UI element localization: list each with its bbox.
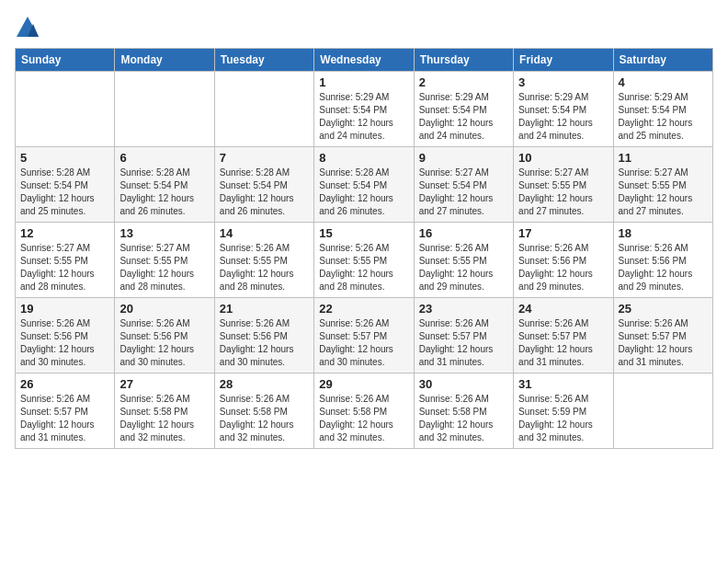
calendar-cell: 30Sunrise: 5:26 AM Sunset: 5:58 PM Dayli… xyxy=(414,373,513,449)
day-info: Sunrise: 5:26 AM Sunset: 5:56 PM Dayligh… xyxy=(518,242,608,293)
calendar-week-row: 19Sunrise: 5:26 AM Sunset: 5:56 PM Dayli… xyxy=(16,298,713,373)
logo xyxy=(15,15,44,40)
calendar-cell: 26Sunrise: 5:26 AM Sunset: 5:57 PM Dayli… xyxy=(16,373,115,449)
day-number: 21 xyxy=(220,302,309,316)
calendar-cell: 17Sunrise: 5:26 AM Sunset: 5:56 PM Dayli… xyxy=(514,223,613,298)
day-number: 22 xyxy=(319,302,408,316)
day-number: 13 xyxy=(119,226,209,240)
day-info: Sunrise: 5:26 AM Sunset: 5:59 PM Dayligh… xyxy=(518,393,608,444)
day-info: Sunrise: 5:26 AM Sunset: 5:55 PM Dayligh… xyxy=(319,242,408,293)
day-info: Sunrise: 5:28 AM Sunset: 5:54 PM Dayligh… xyxy=(119,167,209,218)
day-number: 10 xyxy=(518,151,608,165)
day-info: Sunrise: 5:26 AM Sunset: 5:55 PM Dayligh… xyxy=(220,242,309,293)
calendar-cell: 8Sunrise: 5:28 AM Sunset: 5:54 PM Daylig… xyxy=(314,147,414,223)
calendar-cell xyxy=(613,373,712,449)
calendar-cell xyxy=(16,72,115,147)
weekday-header-row: SundayMondayTuesdayWednesdayThursdayFrid… xyxy=(16,49,713,72)
day-info: Sunrise: 5:26 AM Sunset: 5:57 PM Dayligh… xyxy=(319,317,408,369)
day-number: 15 xyxy=(319,226,408,240)
day-number: 19 xyxy=(20,302,109,316)
day-info: Sunrise: 5:29 AM Sunset: 5:54 PM Dayligh… xyxy=(319,91,408,143)
day-number: 27 xyxy=(119,377,209,391)
day-number: 26 xyxy=(20,377,109,391)
weekday-header-sunday: Sunday xyxy=(16,49,115,72)
day-number: 2 xyxy=(419,75,508,89)
calendar-cell: 5Sunrise: 5:28 AM Sunset: 5:54 PM Daylig… xyxy=(16,147,115,223)
weekday-header-tuesday: Tuesday xyxy=(214,49,313,72)
day-info: Sunrise: 5:28 AM Sunset: 5:54 PM Dayligh… xyxy=(220,167,309,218)
day-number: 16 xyxy=(419,226,508,240)
calendar-cell: 28Sunrise: 5:26 AM Sunset: 5:58 PM Dayli… xyxy=(214,373,313,449)
day-number: 30 xyxy=(419,377,508,391)
day-number: 7 xyxy=(220,151,309,165)
calendar-cell: 12Sunrise: 5:27 AM Sunset: 5:55 PM Dayli… xyxy=(16,223,115,298)
day-info: Sunrise: 5:26 AM Sunset: 5:56 PM Dayligh… xyxy=(220,317,309,369)
calendar-week-row: 12Sunrise: 5:27 AM Sunset: 5:55 PM Dayli… xyxy=(16,223,713,298)
weekday-header-friday: Friday xyxy=(514,49,613,72)
calendar-cell xyxy=(214,72,313,147)
weekday-header-monday: Monday xyxy=(115,49,214,72)
day-number: 1 xyxy=(319,75,408,89)
calendar-cell xyxy=(115,72,214,147)
day-info: Sunrise: 5:26 AM Sunset: 5:56 PM Dayligh… xyxy=(119,317,209,369)
calendar-cell: 9Sunrise: 5:27 AM Sunset: 5:54 PM Daylig… xyxy=(414,147,513,223)
weekday-header-saturday: Saturday xyxy=(613,49,712,72)
day-number: 17 xyxy=(518,226,608,240)
day-info: Sunrise: 5:28 AM Sunset: 5:54 PM Dayligh… xyxy=(319,167,408,218)
calendar-cell: 27Sunrise: 5:26 AM Sunset: 5:58 PM Dayli… xyxy=(115,373,214,449)
day-number: 8 xyxy=(319,151,408,165)
day-number: 9 xyxy=(419,151,508,165)
day-number: 20 xyxy=(119,302,209,316)
day-number: 5 xyxy=(20,151,109,165)
calendar-week-row: 5Sunrise: 5:28 AM Sunset: 5:54 PM Daylig… xyxy=(16,147,713,223)
calendar-cell: 10Sunrise: 5:27 AM Sunset: 5:55 PM Dayli… xyxy=(514,147,613,223)
calendar-cell: 20Sunrise: 5:26 AM Sunset: 5:56 PM Dayli… xyxy=(115,298,214,373)
weekday-header-wednesday: Wednesday xyxy=(314,49,414,72)
day-info: Sunrise: 5:29 AM Sunset: 5:54 PM Dayligh… xyxy=(419,91,508,143)
day-info: Sunrise: 5:26 AM Sunset: 5:56 PM Dayligh… xyxy=(20,317,109,369)
day-number: 31 xyxy=(518,377,608,391)
day-info: Sunrise: 5:26 AM Sunset: 5:57 PM Dayligh… xyxy=(419,317,508,369)
calendar-cell: 25Sunrise: 5:26 AM Sunset: 5:57 PM Dayli… xyxy=(613,298,712,373)
calendar-cell: 18Sunrise: 5:26 AM Sunset: 5:56 PM Dayli… xyxy=(613,223,712,298)
calendar-cell: 21Sunrise: 5:26 AM Sunset: 5:56 PM Dayli… xyxy=(214,298,313,373)
day-number: 3 xyxy=(518,75,608,89)
day-info: Sunrise: 5:27 AM Sunset: 5:54 PM Dayligh… xyxy=(419,167,508,218)
day-number: 6 xyxy=(119,151,209,165)
day-info: Sunrise: 5:26 AM Sunset: 5:57 PM Dayligh… xyxy=(20,393,109,444)
calendar-cell: 6Sunrise: 5:28 AM Sunset: 5:54 PM Daylig… xyxy=(115,147,214,223)
day-info: Sunrise: 5:29 AM Sunset: 5:54 PM Dayligh… xyxy=(619,91,708,143)
calendar-cell: 4Sunrise: 5:29 AM Sunset: 5:54 PM Daylig… xyxy=(613,72,712,147)
calendar-cell: 19Sunrise: 5:26 AM Sunset: 5:56 PM Dayli… xyxy=(16,298,115,373)
calendar-cell: 23Sunrise: 5:26 AM Sunset: 5:57 PM Dayli… xyxy=(414,298,513,373)
day-number: 24 xyxy=(518,302,608,316)
calendar-cell: 3Sunrise: 5:29 AM Sunset: 5:54 PM Daylig… xyxy=(514,72,613,147)
calendar-cell: 13Sunrise: 5:27 AM Sunset: 5:55 PM Dayli… xyxy=(115,223,214,298)
day-info: Sunrise: 5:29 AM Sunset: 5:54 PM Dayligh… xyxy=(518,91,608,143)
day-number: 14 xyxy=(220,226,309,240)
calendar-cell: 24Sunrise: 5:26 AM Sunset: 5:57 PM Dayli… xyxy=(514,298,613,373)
calendar-cell: 31Sunrise: 5:26 AM Sunset: 5:59 PM Dayli… xyxy=(514,373,613,449)
calendar-cell: 14Sunrise: 5:26 AM Sunset: 5:55 PM Dayli… xyxy=(214,223,313,298)
day-number: 18 xyxy=(619,226,708,240)
day-number: 25 xyxy=(619,302,708,316)
day-info: Sunrise: 5:26 AM Sunset: 5:57 PM Dayligh… xyxy=(619,317,708,369)
day-number: 28 xyxy=(220,377,309,391)
calendar-week-row: 1Sunrise: 5:29 AM Sunset: 5:54 PM Daylig… xyxy=(16,72,713,147)
calendar-cell: 16Sunrise: 5:26 AM Sunset: 5:55 PM Dayli… xyxy=(414,223,513,298)
calendar-cell: 29Sunrise: 5:26 AM Sunset: 5:58 PM Dayli… xyxy=(314,373,414,449)
day-info: Sunrise: 5:26 AM Sunset: 5:55 PM Dayligh… xyxy=(419,242,508,293)
day-info: Sunrise: 5:27 AM Sunset: 5:55 PM Dayligh… xyxy=(20,242,109,293)
day-number: 29 xyxy=(319,377,408,391)
weekday-header-thursday: Thursday xyxy=(414,49,513,72)
day-number: 23 xyxy=(419,302,508,316)
day-info: Sunrise: 5:26 AM Sunset: 5:58 PM Dayligh… xyxy=(119,393,209,444)
calendar-cell: 1Sunrise: 5:29 AM Sunset: 5:54 PM Daylig… xyxy=(314,72,414,147)
calendar-cell: 15Sunrise: 5:26 AM Sunset: 5:55 PM Dayli… xyxy=(314,223,414,298)
day-info: Sunrise: 5:26 AM Sunset: 5:58 PM Dayligh… xyxy=(220,393,309,444)
day-info: Sunrise: 5:27 AM Sunset: 5:55 PM Dayligh… xyxy=(619,167,708,218)
calendar-cell: 2Sunrise: 5:29 AM Sunset: 5:54 PM Daylig… xyxy=(414,72,513,147)
day-number: 11 xyxy=(619,151,708,165)
day-info: Sunrise: 5:26 AM Sunset: 5:58 PM Dayligh… xyxy=(319,393,408,444)
day-info: Sunrise: 5:27 AM Sunset: 5:55 PM Dayligh… xyxy=(119,242,209,293)
